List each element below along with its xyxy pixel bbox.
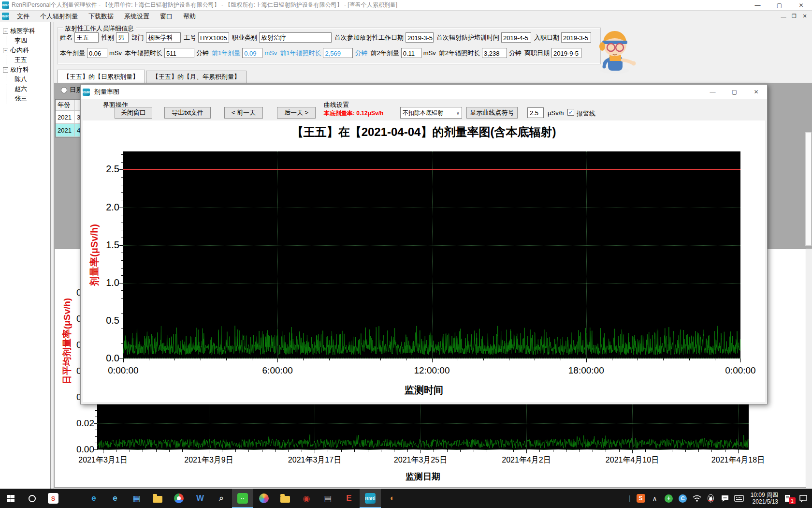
menu-item-3[interactable]: 系统设置 [119,11,155,22]
x-minor-tick [526,449,527,453]
previous-day-button[interactable]: < 前一天 [224,107,263,119]
sidebar-tree-group[interactable]: −核医学科 [3,26,50,36]
field-input[interactable]: 2019-9-5 [551,48,581,58]
mdi-restore-button[interactable]: ❐ [789,12,799,21]
internet-explorer-icon[interactable]: e [104,489,126,508]
alarm-line-checkbox[interactable]: ✓ [567,109,574,116]
dark-utility-icon[interactable]: ▤ [317,489,338,508]
taskbar-clock[interactable]: 10:09 周四 2021/5/13 [751,492,778,505]
documents-folder-icon[interactable] [275,489,296,508]
close-window-button[interactable]: 关闭窗口 [115,107,152,119]
x-minor-tick [685,449,686,452]
start-button[interactable] [0,489,21,508]
menu-item-0[interactable]: 文件 [12,11,35,22]
sidebar-tree-person[interactable]: 陈八 [3,75,50,84]
daily-dose-radio[interactable] [61,87,67,93]
sogou-taskbar-icon[interactable]: S [43,489,64,508]
chrome-icon[interactable] [168,489,189,508]
field-input[interactable]: 王五 [74,32,99,43]
wechat-icon[interactable]: ·· [232,489,253,508]
field-input[interactable]: 男 [116,32,129,43]
x-minor-tick [566,449,566,452]
qq-icon[interactable] [706,493,716,503]
menu-item-5[interactable]: 帮助 [178,11,201,22]
expand-collapse-icon[interactable]: − [3,48,8,53]
search-tool-icon[interactable]: ⌕ [211,489,232,508]
edge-browser-icon[interactable]: e [83,489,104,508]
menu-item-2[interactable]: 下载数据 [83,11,119,22]
network-signal-icon[interactable] [692,493,702,503]
field-input[interactable]: HYX1005 [198,32,229,43]
sidebar-tree-person[interactable]: 王五 [3,55,50,65]
daily-average-chart-xlabel: 监测日期 [406,471,440,482]
sidebar-tree-person[interactable]: 张三 [3,94,50,104]
alarm-threshold-input[interactable]: 2.5 [527,107,544,118]
expand-collapse-icon[interactable]: − [3,29,8,34]
close-button[interactable]: ✕ [790,0,812,10]
gimp-app-icon[interactable]: ◖ [381,489,402,508]
sidebar-tree-group[interactable]: −心内科 [3,45,50,55]
y-minor-tick [121,215,123,215]
x-minor-tick [380,359,381,360]
sidebar-tree-person[interactable]: 李四 [3,36,50,45]
colorful-app-icon[interactable] [253,489,275,508]
keyboard-ime-icon[interactable] [734,493,744,503]
field-input[interactable]: 3,238 [482,48,507,58]
expand-collapse-icon[interactable]: − [3,67,8,73]
next-day-button[interactable]: 后一天 > [277,107,316,119]
x-minor-tick [201,359,201,360]
background-rate-text: 本底剂量率: 0.12μSv/h [324,109,383,118]
tab-daily-cumulative-dose[interactable]: 【王五】的【日累积剂量】 [57,70,145,83]
field-input[interactable]: 2,569 [323,48,353,58]
windows-store-icon[interactable]: ▦ [126,489,147,508]
popup-minimize-button[interactable]: — [702,85,724,99]
notification-icon[interactable]: 1 [782,492,795,505]
field-unit-label: mSv [423,49,436,57]
x-minor-tick [420,449,421,453]
background-subtract-dropdown[interactable]: 不扣除本底辐射 ∨ [400,107,462,119]
mdi-minimize-button[interactable]: — [778,12,789,21]
file-explorer-icon[interactable] [147,489,168,508]
field-input[interactable]: 2019-4-5 [501,32,531,43]
red-e-app-icon[interactable]: E [338,489,360,508]
search-icon[interactable] [21,489,43,508]
renri-app-icon[interactable]: RnRi [360,489,381,508]
security-shield-icon[interactable]: + [664,493,674,503]
popup-titlebar[interactable]: RnRi 剂量率图 — ▢ ✕ [81,85,767,99]
field-label: 首次辐射防护培训时间 [436,33,499,42]
maximize-button[interactable]: ▢ [768,0,790,10]
field-input[interactable]: 0.11 [401,48,421,58]
word-app-icon[interactable]: W [189,489,211,508]
y-tick-label: 0.02 [65,418,94,429]
red-disc-app-icon[interactable]: ◉ [296,489,317,508]
field-input[interactable]: 2019-3-5 [406,32,434,43]
field-input[interactable]: 0.06 [87,48,107,58]
show-curve-points-button[interactable]: 显示曲线点符号 [466,107,518,119]
mdi-child-icon[interactable]: RnRi [2,13,9,20]
y-minor-tick [121,238,123,238]
x-tick [123,359,124,362]
popup-maximize-button[interactable]: ▢ [724,85,745,99]
form-field-前2年剂量: 前2年剂量0.11mSv [370,48,435,58]
field-input[interactable]: 2019-3-5 [561,32,591,43]
popup-close-button[interactable]: ✕ [745,85,767,99]
browser-assist-icon[interactable]: C [678,493,688,503]
field-input[interactable]: 放射治疗 [259,32,332,43]
field-input[interactable]: 核医学科 [146,32,181,43]
wechat-tray-icon[interactable] [720,493,730,503]
tree-splitter[interactable] [51,22,54,489]
tab-month-year-cumulative-dose[interactable]: 【王五】的【月、年累积剂量】 [146,71,246,83]
tray-expand-chevron-icon[interactable]: ∧ [650,493,660,503]
minimize-button[interactable]: — [747,0,768,10]
menu-item-4[interactable]: 窗口 [155,11,178,22]
field-input[interactable]: 511 [164,48,194,58]
x-tick-label: 12:00:00 [414,365,450,376]
sidebar-tree-group[interactable]: −放疗科 [3,65,50,75]
menu-item-1[interactable]: 个人辐射剂量 [35,11,83,22]
field-input[interactable]: 0.09 [242,48,262,58]
sogou-input-icon[interactable]: S [636,493,646,503]
sidebar-tree-person[interactable]: 赵六 [3,84,50,94]
mdi-close-button[interactable]: ✕ [799,12,810,21]
action-center-icon[interactable] [795,489,812,508]
export-txt-button[interactable]: 导出txt文件 [164,107,211,119]
